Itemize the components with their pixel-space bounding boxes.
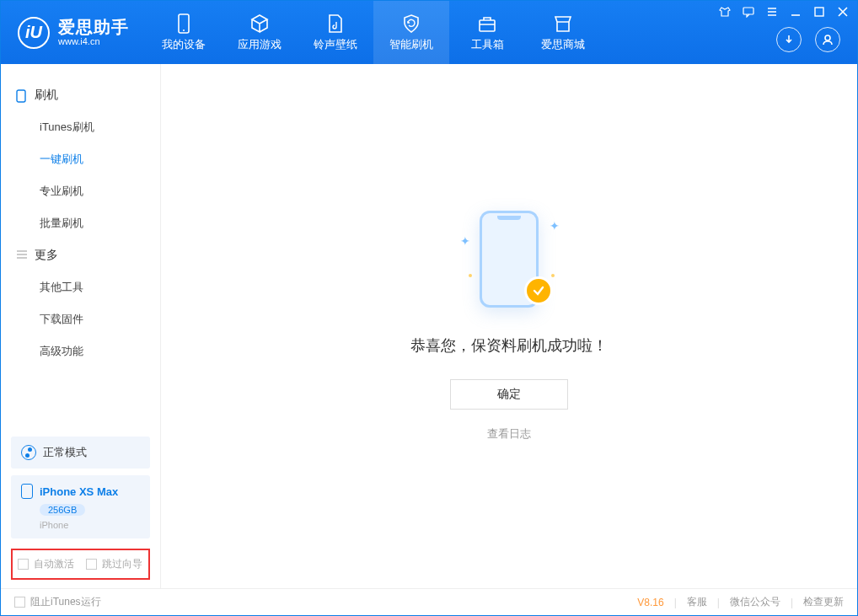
account-button[interactable] — [815, 27, 840, 52]
svg-point-5 — [825, 35, 830, 40]
footer-link-wechat[interactable]: 微信公众号 — [730, 595, 780, 609]
top-tabs: 我的设备 应用游戏 铃声壁纸 智能刷机 工具箱 爱思商城 — [146, 1, 601, 64]
tab-apps-games[interactable]: 应用游戏 — [222, 1, 298, 64]
logo-icon: iU — [18, 17, 50, 49]
checkbox-label: 自动激活 — [34, 557, 74, 571]
toolbox-icon — [477, 13, 497, 34]
checkbox-label: 阻止iTunes运行 — [30, 595, 101, 609]
sidebar-group-flash: 刷机 — [1, 79, 160, 111]
sidebar-item-pro-flash[interactable]: 专业刷机 — [1, 175, 160, 207]
music-file-icon — [325, 13, 346, 34]
app-title: 爱思助手 — [58, 18, 129, 36]
close-icon[interactable] — [837, 6, 849, 18]
group-title-label: 刷机 — [35, 88, 58, 103]
maximize-icon[interactable] — [813, 6, 825, 18]
device-card[interactable]: iPhone XS Max 256GB iPhone — [11, 475, 150, 538]
header: iU 爱思助手 www.i4.cn 我的设备 应用游戏 铃声壁纸 智能刷机 — [1, 1, 857, 64]
tab-label: 智能刷机 — [389, 37, 433, 52]
device-type: iPhone — [40, 520, 140, 530]
shield-refresh-icon — [401, 13, 421, 34]
header-right-buttons — [776, 27, 840, 52]
sidebar-group-more: 更多 — [1, 239, 160, 271]
option-checkboxes: 自动激活 跳过向导 — [11, 549, 150, 580]
app-window: iU 爱思助手 www.i4.cn 我的设备 应用游戏 铃声壁纸 智能刷机 — [0, 0, 858, 616]
tab-toolbox[interactable]: 工具箱 — [449, 1, 525, 64]
checkmark-badge-icon — [524, 276, 553, 305]
device-phone-icon — [21, 484, 33, 499]
menu-icon[interactable] — [766, 6, 778, 18]
tab-store[interactable]: 爱思商城 — [525, 1, 601, 64]
device-storage: 256GB — [40, 504, 85, 516]
tab-label: 应用游戏 — [238, 37, 282, 52]
shirt-icon[interactable] — [719, 6, 731, 18]
checkbox-icon — [14, 597, 25, 608]
footer: 阻止iTunes运行 V8.16 | 客服 | 微信公众号 | 检查更新 — [1, 588, 857, 615]
feedback-icon[interactable] — [743, 6, 754, 18]
sidebar-item-advanced[interactable]: 高级功能 — [1, 335, 160, 367]
mode-icon — [21, 445, 36, 460]
svg-rect-3 — [743, 8, 753, 14]
app-subtitle: www.i4.cn — [58, 36, 129, 46]
ok-button[interactable]: 确定 — [450, 379, 568, 410]
window-controls — [719, 6, 849, 18]
sidebar: 刷机 iTunes刷机 一键刷机 专业刷机 批量刷机 更多 其他工具 下载固件 … — [1, 64, 161, 588]
checkbox-icon — [18, 559, 29, 570]
tab-label: 铃声壁纸 — [314, 37, 357, 52]
logo: iU 爱思助手 www.i4.cn — [1, 17, 146, 49]
tab-my-device[interactable]: 我的设备 — [146, 1, 222, 64]
tab-smart-flash[interactable]: 智能刷机 — [373, 1, 449, 64]
main-content: ✦✦ 恭喜您，保资料刷机成功啦！ 确定 查看日志 — [161, 64, 857, 588]
view-log-link[interactable]: 查看日志 — [487, 426, 531, 442]
body: 刷机 iTunes刷机 一键刷机 专业刷机 批量刷机 更多 其他工具 下载固件 … — [1, 64, 857, 588]
checkbox-block-itunes[interactable]: 阻止iTunes运行 — [14, 595, 101, 609]
checkbox-auto-activate[interactable]: 自动激活 — [18, 557, 74, 571]
sidebar-item-oneclick-flash[interactable]: 一键刷机 — [1, 143, 160, 175]
store-icon — [553, 13, 573, 34]
tab-ringtones-wallpapers[interactable]: 铃声壁纸 — [298, 1, 373, 64]
success-message: 恭喜您，保资料刷机成功啦！ — [410, 335, 608, 356]
svg-rect-4 — [815, 8, 823, 16]
checkbox-icon — [86, 559, 97, 570]
list-icon — [16, 249, 28, 261]
mode-status[interactable]: 正常模式 — [11, 437, 150, 469]
sidebar-item-download-firmware[interactable]: 下载固件 — [1, 303, 160, 335]
svg-rect-6 — [17, 90, 25, 102]
device-name: iPhone XS Max — [40, 485, 118, 498]
minimize-icon[interactable] — [790, 6, 802, 18]
phone-outline-icon — [16, 89, 28, 101]
tab-label: 我的设备 — [162, 37, 206, 52]
download-button[interactable] — [776, 27, 802, 52]
svg-rect-2 — [480, 20, 495, 31]
success-illustration: ✦✦ — [467, 211, 551, 312]
footer-link-update[interactable]: 检查更新 — [803, 595, 844, 609]
mode-label: 正常模式 — [43, 445, 87, 460]
checkbox-label: 跳过向导 — [102, 557, 142, 571]
sidebar-item-itunes-flash[interactable]: iTunes刷机 — [1, 111, 160, 143]
version-label: V8.16 — [637, 597, 663, 608]
phone-icon — [174, 13, 194, 34]
tab-label: 爱思商城 — [541, 37, 585, 52]
sidebar-item-batch-flash[interactable]: 批量刷机 — [1, 207, 160, 239]
sidebar-item-other-tools[interactable]: 其他工具 — [1, 271, 160, 303]
svg-point-1 — [183, 29, 185, 31]
checkbox-skip-guide[interactable]: 跳过向导 — [86, 557, 142, 571]
tab-label: 工具箱 — [471, 37, 504, 52]
group-title-label: 更多 — [35, 248, 58, 263]
footer-link-support[interactable]: 客服 — [687, 595, 707, 609]
cube-icon — [249, 13, 270, 34]
